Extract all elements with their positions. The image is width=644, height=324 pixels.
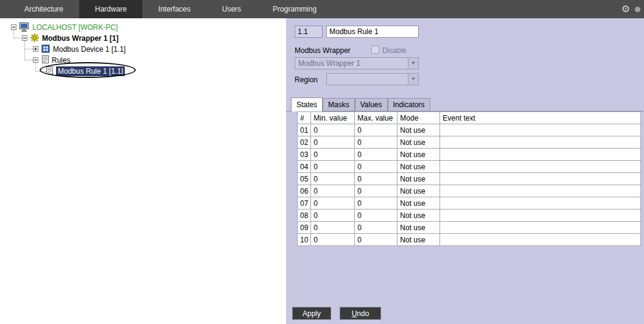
row-num: 10 — [298, 234, 311, 246]
undo-button[interactable]: Undo — [340, 307, 381, 320]
event-text-cell[interactable] — [440, 222, 641, 234]
max-value-cell[interactable]: 0 — [355, 173, 397, 185]
col-header-num: # — [298, 112, 311, 124]
min-value-cell[interactable]: 0 — [311, 149, 355, 161]
max-value-cell[interactable]: 0 — [355, 234, 397, 246]
event-text-cell[interactable] — [440, 197, 641, 210]
table-row: 08 0 0 Not use — [298, 210, 641, 222]
top-navigation: Architecture Hardware Interfaces Users P… — [0, 0, 644, 18]
min-value-cell[interactable]: 0 — [311, 173, 355, 185]
max-value-cell[interactable]: 0 — [355, 136, 397, 149]
tab-indicators[interactable]: Indicators — [388, 98, 430, 111]
min-value-cell[interactable]: 0 — [311, 185, 355, 197]
event-text-cell[interactable] — [440, 124, 641, 136]
row-num: 09 — [298, 222, 311, 234]
event-text-cell[interactable] — [440, 149, 641, 161]
wrapper-icon — [30, 33, 39, 44]
min-value-cell[interactable]: 0 — [311, 124, 355, 136]
col-header-min[interactable]: Min. value — [311, 112, 355, 124]
nav-programming[interactable]: Programming — [257, 0, 332, 18]
event-text-cell[interactable] — [440, 210, 641, 222]
table-row: 07 0 0 Not use — [298, 197, 641, 210]
wrapper-label: Modbus Wrapper — [295, 46, 351, 55]
nav-architecture[interactable]: Architecture — [9, 0, 79, 18]
tree-item-localhost[interactable]: LOCALHOST [WORK-PC] — [30, 23, 119, 32]
mode-cell[interactable]: Not use — [397, 222, 440, 234]
tree-row-device: Modbus Device 1 [1.1] — [0, 44, 286, 55]
col-header-max[interactable]: Max. value — [355, 112, 397, 124]
min-value-cell[interactable]: 0 — [311, 222, 355, 234]
properties-panel: Modbus Wrapper Disable Modbus Wrapper 1 … — [286, 18, 644, 324]
tree-item-rules[interactable]: Rules — [50, 55, 72, 65]
tree-item-modbus-device[interactable]: Modbus Device 1 [1.1] — [51, 44, 127, 54]
max-value-cell[interactable]: 0 — [355, 210, 397, 222]
mode-cell[interactable]: Not use — [397, 136, 440, 149]
table-row: 03 0 0 Not use — [298, 149, 641, 161]
max-value-cell[interactable]: 0 — [355, 185, 397, 197]
tree-row-modbus-rule: Modbus Rule 1 [1.1] — [0, 66, 286, 77]
mode-cell[interactable]: Not use — [397, 197, 440, 210]
collapse-box-icon[interactable] — [11, 24, 16, 30]
hardware-tree-panel: LOCALHOST [WORK-PC] Modbus Wrapper 1 [1] — [0, 18, 286, 324]
mode-cell[interactable]: Not use — [397, 173, 440, 185]
event-text-cell[interactable] — [440, 234, 641, 246]
device-icon — [41, 44, 50, 55]
tree-item-modbus-rule[interactable]: Modbus Rule 1 [1.1] — [56, 66, 125, 76]
mode-cell[interactable]: Not use — [397, 124, 440, 136]
disable-checkbox[interactable] — [371, 46, 379, 54]
table-row: 09 0 0 Not use — [298, 222, 641, 234]
col-header-event[interactable]: Event text — [440, 112, 641, 124]
gear-icon[interactable]: ⚙ — [621, 4, 630, 14]
tab-masks[interactable]: Masks — [323, 98, 355, 111]
event-text-cell[interactable] — [440, 136, 641, 149]
nav-hardware[interactable]: Hardware — [79, 0, 142, 18]
panel-toggle-icon[interactable] — [635, 7, 640, 12]
table-row: 05 0 0 Not use — [298, 173, 641, 185]
event-text-cell[interactable] — [440, 185, 641, 197]
row-num: 08 — [298, 210, 311, 222]
mode-cell[interactable]: Not use — [397, 161, 440, 173]
mode-cell[interactable]: Not use — [397, 234, 440, 246]
min-value-cell[interactable]: 0 — [311, 136, 355, 149]
min-value-cell[interactable]: 0 — [311, 234, 355, 246]
table-row: 04 0 0 Not use — [298, 161, 641, 173]
max-value-cell[interactable]: 0 — [355, 149, 397, 161]
tree-item-modbus-wrapper[interactable]: Modbus Wrapper 1 [1] — [40, 33, 121, 43]
disable-label: Disable — [382, 46, 407, 55]
region-label: Region — [295, 76, 318, 84]
row-num: 03 — [298, 149, 311, 161]
rule-name-field[interactable] — [326, 26, 419, 38]
mode-cell[interactable]: Not use — [397, 210, 440, 222]
tree-row-wrapper: Modbus Wrapper 1 [1] — [0, 33, 286, 44]
table-row: 06 0 0 Not use — [298, 185, 641, 197]
mode-cell[interactable]: Not use — [397, 149, 440, 161]
nav-users[interactable]: Users — [206, 0, 257, 18]
tab-states[interactable]: States — [291, 97, 323, 111]
mode-cell[interactable]: Not use — [397, 185, 440, 197]
collapse-box-icon[interactable] — [33, 57, 38, 63]
rules-folder-icon — [42, 55, 49, 65]
chevron-down-icon[interactable]: ▼ — [408, 58, 418, 69]
tab-values[interactable]: Values — [355, 98, 388, 111]
min-value-cell[interactable]: 0 — [311, 161, 355, 173]
expand-box-icon[interactable] — [33, 46, 38, 52]
region-dropdown[interactable]: ▼ — [326, 73, 419, 85]
states-table: # Min. value Max. value Mode Event text … — [297, 111, 641, 246]
event-text-cell[interactable] — [440, 161, 641, 173]
max-value-cell[interactable]: 0 — [355, 161, 397, 173]
min-value-cell[interactable]: 0 — [311, 210, 355, 222]
max-value-cell[interactable]: 0 — [355, 222, 397, 234]
collapse-box-icon[interactable] — [22, 35, 27, 41]
wrapper-dropdown[interactable]: Modbus Wrapper 1 ▼ — [295, 57, 419, 69]
min-value-cell[interactable]: 0 — [311, 197, 355, 210]
row-num: 05 — [298, 173, 311, 185]
max-value-cell[interactable]: 0 — [355, 124, 397, 136]
row-num: 04 — [298, 161, 311, 173]
col-header-mode[interactable]: Mode — [397, 112, 440, 124]
event-text-cell[interactable] — [440, 173, 641, 185]
chevron-down-icon[interactable]: ▼ — [408, 74, 418, 85]
nav-interfaces[interactable]: Interfaces — [142, 0, 206, 18]
apply-button[interactable]: Apply — [292, 307, 331, 320]
rule-id-field[interactable] — [295, 26, 323, 38]
max-value-cell[interactable]: 0 — [355, 197, 397, 210]
